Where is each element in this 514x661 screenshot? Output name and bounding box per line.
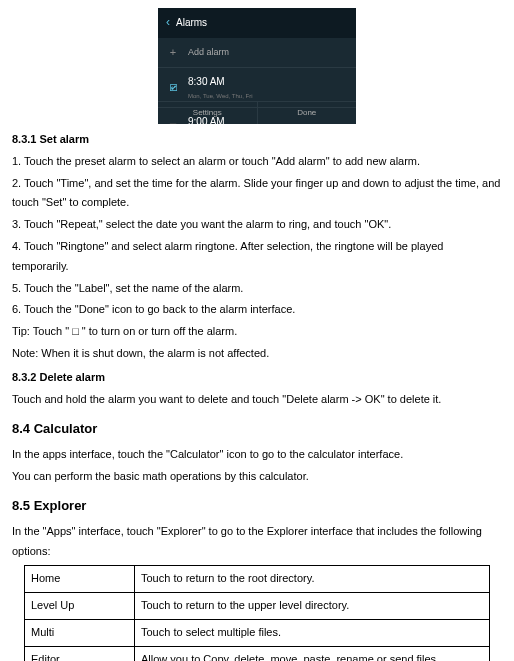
table-row: HomeTouch to return to the root director… — [25, 566, 490, 593]
table-row: MultiTouch to select multiple files. — [25, 619, 490, 646]
body-text: In the "Apps" interface, touch "Explorer… — [12, 522, 502, 562]
plus-icon: + — [166, 43, 180, 63]
heading-831: 8.3.1 Set alarm — [12, 130, 502, 150]
checkbox-checked-icon: 🗹 — [166, 80, 180, 96]
screenshot-header: ‹ Alarms — [158, 8, 356, 38]
screenshot-title: Alarms — [176, 14, 207, 32]
table-row: EditorAllow you to Copy, delete, move, p… — [25, 646, 490, 661]
body-text: Tip: Touch " □ " to turn on or turn off … — [12, 322, 502, 342]
add-alarm-label: Add alarm — [188, 44, 229, 60]
table-cell: Editor — [25, 646, 135, 661]
body-text: In the apps interface, touch the "Calcul… — [12, 445, 502, 465]
table-cell: Level Up — [25, 593, 135, 620]
body-text: 4. Touch "Ringtone" and select alarm rin… — [12, 237, 502, 277]
body-text: 5. Touch the "Label", set the name of th… — [12, 279, 502, 299]
table-cell: Multi — [25, 619, 135, 646]
body-text: 2. Touch "Time", and set the time for th… — [12, 174, 502, 214]
heading-85: 8.5 Explorer — [12, 494, 502, 517]
add-alarm-row: + Add alarm — [158, 38, 356, 69]
body-text: 1. Touch the preset alarm to select an a… — [12, 152, 502, 172]
table-cell: Allow you to Copy, delete, move, paste, … — [135, 646, 490, 661]
table-cell: Touch to return to the upper level direc… — [135, 593, 490, 620]
alarms-app-screenshot: ‹ Alarms + Add alarm 🗹 8:30 AM Mon, Tue,… — [158, 8, 356, 124]
table-row: Level UpTouch to return to the upper lev… — [25, 593, 490, 620]
heading-84: 8.4 Calculator — [12, 417, 502, 440]
footer-settings: Settings — [158, 102, 258, 124]
table-cell: Touch to return to the root directory. — [135, 566, 490, 593]
table-cell: Home — [25, 566, 135, 593]
body-text: 3. Touch "Repeat," select the date you w… — [12, 215, 502, 235]
body-text: You can perform the basic math operation… — [12, 467, 502, 487]
footer-done: Done — [258, 102, 357, 124]
screenshot-footer: Settings Done — [158, 101, 356, 124]
explorer-options-table: HomeTouch to return to the root director… — [24, 565, 490, 661]
back-icon: ‹ — [166, 12, 170, 34]
heading-832: 8.3.2 Delete alarm — [12, 368, 502, 388]
body-text: Note: When it is shut down, the alarm is… — [12, 344, 502, 364]
body-text: 6. Touch the "Done" icon to go back to t… — [12, 300, 502, 320]
body-text: Touch and hold the alarm you want to del… — [12, 390, 502, 410]
alarm1-time: 8:30 AM — [188, 73, 252, 91]
table-cell: Touch to select multiple files. — [135, 619, 490, 646]
